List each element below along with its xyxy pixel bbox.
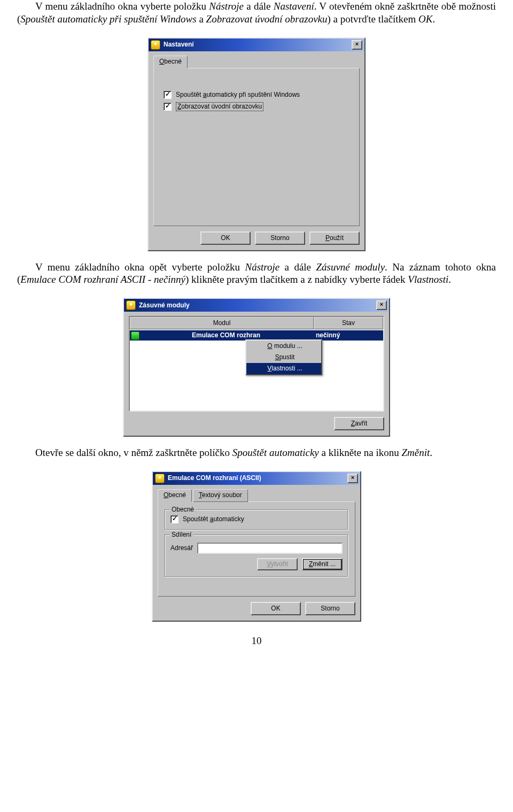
checkbox-autostart[interactable]: ✓ Spouštět automaticky při spuštění Wind… xyxy=(164,91,349,99)
paragraph-2: V menu základního okna opět vyberte polo… xyxy=(17,261,496,287)
plugins-list-header: Modul Stav xyxy=(129,316,384,330)
tab-textovy-soubor[interactable]: Textový soubor xyxy=(193,489,248,502)
tab-obecne[interactable]: Obecné xyxy=(158,489,192,502)
close-icon[interactable]: × xyxy=(347,474,358,483)
emulation-dialog: Emulace COM rozhraní (ASCII) × Obecné Te… xyxy=(152,471,361,622)
checkbox-splash[interactable]: ✓ Zobrazovat úvodní obrazovku xyxy=(164,102,349,111)
paragraph-1: V menu základního okna vyberte položku N… xyxy=(17,0,496,26)
close-button[interactable]: Zavřít xyxy=(334,417,384,430)
checkmark-icon: ✓ xyxy=(164,91,172,99)
app-icon xyxy=(151,40,160,50)
col-modul[interactable]: Modul xyxy=(130,317,314,329)
settings-dialog: Nastavení × Obecné ✓ Spouštět automatick… xyxy=(147,37,366,251)
app-icon xyxy=(126,300,136,310)
menu-about[interactable]: O modulu ... xyxy=(246,341,321,352)
change-button[interactable]: Změnit ... xyxy=(302,558,343,570)
cancel-button[interactable]: Storno xyxy=(255,231,305,245)
legend-obecne: Obecné xyxy=(169,506,196,514)
checkmark-icon: ✓ xyxy=(164,103,172,111)
checkmark-icon: ✓ xyxy=(170,515,178,523)
plugins-dialog: Zásuvné moduly × Modul Stav Emulace COM … xyxy=(123,298,390,437)
menu-properties[interactable]: Vlastnosti ... xyxy=(246,363,321,374)
settings-title: Nastavení xyxy=(164,41,194,49)
menu-start[interactable]: Spustit xyxy=(246,352,321,363)
tab-obecne[interactable]: Obecné xyxy=(153,56,188,68)
cancel-button[interactable]: Storno xyxy=(305,602,355,615)
group-obecne: Obecné ✓ Spouštět automaticky xyxy=(165,509,348,530)
plugins-titlebar[interactable]: Zásuvné moduly × xyxy=(124,299,389,312)
ok-button[interactable]: OK xyxy=(251,602,301,615)
page-number: 10 xyxy=(0,635,513,647)
legend-sdileni: Sdílení xyxy=(169,531,193,539)
dir-input[interactable] xyxy=(197,543,343,554)
plugin-icon xyxy=(131,331,139,340)
paragraph-3: Otevře se další okno, v němž zaškrtněte … xyxy=(17,446,496,459)
col-stav[interactable]: Stav xyxy=(314,317,383,329)
plugins-title: Zásuvné moduly xyxy=(139,301,190,310)
app-icon xyxy=(155,474,165,483)
emulation-titlebar[interactable]: Emulace COM rozhraní (ASCII) × xyxy=(153,472,360,485)
checkbox-autostart[interactable]: ✓ Spouštět automaticky xyxy=(170,515,343,523)
apply-button[interactable]: Použít xyxy=(309,231,360,245)
settings-titlebar[interactable]: Nastavení × xyxy=(149,38,364,51)
create-button[interactable]: Vytvořit xyxy=(257,558,298,570)
emulation-title: Emulace COM rozhraní (ASCII) xyxy=(168,474,261,482)
plugins-list[interactable]: Emulace COM rozhran nečinný O modulu ...… xyxy=(129,330,384,412)
context-menu: O modulu ... Spustit Vlastnosti ... xyxy=(245,339,322,375)
close-icon[interactable]: × xyxy=(352,40,362,50)
close-icon[interactable]: × xyxy=(376,300,387,310)
group-sdileni: Sdílení Adresář Vytvořit Změnit ... xyxy=(165,535,348,577)
dir-label: Adresář xyxy=(170,544,193,552)
ok-button[interactable]: OK xyxy=(200,231,251,245)
